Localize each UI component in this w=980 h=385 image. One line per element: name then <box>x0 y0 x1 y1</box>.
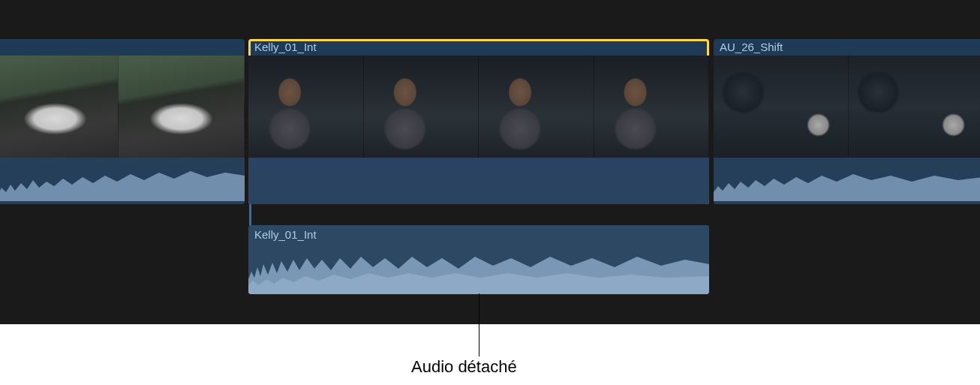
timeline[interactable]: Kelly_01_Int AU_26_Shift <box>0 0 980 324</box>
callout-leader-line <box>479 293 479 356</box>
thumbnail-frame <box>248 56 364 158</box>
clip-audio-area <box>0 158 245 204</box>
clip-thumbnails <box>0 56 245 158</box>
video-clip-selected[interactable]: Kelly_01_Int <box>248 39 709 204</box>
clip-title: AU_26_Shift <box>720 41 783 53</box>
clip-connector <box>249 204 251 227</box>
callout-label: Audio détaché <box>411 357 517 377</box>
clip-thumbnails <box>248 56 709 158</box>
waveform-icon <box>714 168 980 201</box>
clip-title: Kelly_01_Int <box>254 41 317 53</box>
video-clip[interactable]: AU_26_Shift <box>714 39 980 204</box>
thumbnail-frame <box>119 56 245 158</box>
connected-audio-lane: Kelly_01_Int <box>0 225 980 300</box>
clip-audio-area <box>714 158 980 204</box>
primary-storyline: Kelly_01_Int AU_26_Shift <box>0 39 980 206</box>
clip-thumbnails <box>714 56 980 158</box>
waveform-icon <box>0 168 245 201</box>
thumbnail-frame <box>0 56 119 158</box>
detached-audio-clip[interactable]: Kelly_01_Int <box>248 225 709 294</box>
thumbnail-frame <box>364 56 479 158</box>
thumbnail-frame <box>479 56 594 158</box>
thumbnail-frame <box>714 56 849 158</box>
video-clip[interactable] <box>0 39 245 204</box>
waveform-icon <box>248 249 709 294</box>
clip-audio-area-empty <box>248 158 709 204</box>
audio-clip-title: Kelly_01_Int <box>254 228 317 241</box>
thumbnail-frame <box>849 56 980 158</box>
thumbnail-frame <box>594 56 710 158</box>
